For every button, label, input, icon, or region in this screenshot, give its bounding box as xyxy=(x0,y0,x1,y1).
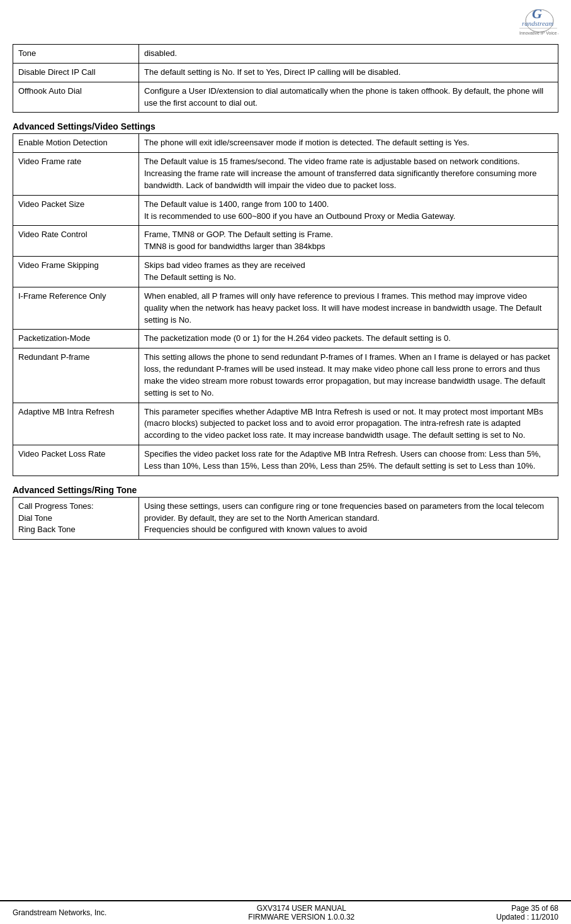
ring-tone-heading: Advanced Settings/Ring Tone xyxy=(13,480,558,497)
setting-value: The Default value is 1400, range from 10… xyxy=(139,195,558,226)
setting-value: Frame, TMN8 or GOP. The Default setting … xyxy=(139,226,558,257)
footer-updated: Updated : 11/2010 xyxy=(496,913,558,921)
footer-company: Grandstream Networks, Inc. xyxy=(13,908,106,917)
setting-label: Tone xyxy=(13,45,139,64)
setting-label: Video Frame Skipping xyxy=(13,257,139,287)
setting-label: Video Frame rate xyxy=(13,153,139,196)
setting-value: Specifies the video packet loss rate for… xyxy=(139,445,558,476)
setting-value: The phone will exit idle/screensaver mod… xyxy=(139,134,558,153)
top-settings-table: Tonedisabled.Disable Direct IP CallThe d… xyxy=(13,44,558,113)
setting-label: Video Packet Size xyxy=(13,195,139,226)
setting-value: The Default value is 15 frames/second. T… xyxy=(139,153,558,196)
footer-manual: GXV3174 USER MANUAL xyxy=(248,904,354,913)
footer-manual-info: GXV3174 USER MANUAL FIRMWARE VERSION 1.0… xyxy=(248,904,354,921)
setting-label: I-Frame Reference Only xyxy=(13,287,139,330)
ring-tone-table: Call Progress Tones:Dial ToneRing Back T… xyxy=(13,497,558,540)
footer-page: Page 35 of 68 xyxy=(496,904,558,913)
setting-label: Video Packet Loss Rate xyxy=(13,445,139,476)
setting-label: Enable Motion Detection xyxy=(13,134,139,153)
setting-value: When enabled, all P frames will only hav… xyxy=(139,287,558,330)
setting-label: Video Rate Control xyxy=(13,226,139,257)
setting-value: The default setting is No. If set to Yes… xyxy=(139,63,558,82)
page-footer: Grandstream Networks, Inc. GXV3174 USER … xyxy=(0,900,571,924)
setting-label: Call Progress Tones:Dial ToneRing Back T… xyxy=(13,497,139,540)
setting-label: Disable Direct IP Call xyxy=(13,63,139,82)
footer-page-info: Page 35 of 68 Updated : 11/2010 xyxy=(496,904,558,921)
setting-value: The packetization mode (0 or 1) for the … xyxy=(139,330,558,348)
setting-label: Redundant P-frame xyxy=(13,348,139,403)
setting-value: Using these settings, users can configur… xyxy=(139,497,558,540)
video-settings-table: Enable Motion DetectionThe phone will ex… xyxy=(13,133,558,476)
setting-label: Packetization-Mode xyxy=(13,330,139,348)
setting-value: This parameter specifies whether Adaptiv… xyxy=(139,403,558,445)
setting-value: Configure a User ID/extension to dial au… xyxy=(139,82,558,113)
setting-label: Adaptive MB Intra Refresh xyxy=(13,403,139,445)
setting-value: This setting allows the phone to send re… xyxy=(139,348,558,403)
video-settings-heading: Advanced Settings/Video Settings xyxy=(13,116,558,133)
header-logo-area: G randstream Innovative IP Voice & Video xyxy=(13,6,558,44)
setting-value: disabled. xyxy=(139,45,558,64)
footer-firmware: FIRMWARE VERSION 1.0.0.32 xyxy=(248,913,354,921)
svg-text:Innovative IP Voice & Video: Innovative IP Voice & Video xyxy=(519,31,558,35)
svg-text:randstream: randstream xyxy=(522,19,553,27)
grandstream-logo: G randstream Innovative IP Voice & Video xyxy=(477,9,558,41)
setting-value: Skips bad video frames as they are recei… xyxy=(139,257,558,287)
setting-label: Offhook Auto Dial xyxy=(13,82,139,113)
